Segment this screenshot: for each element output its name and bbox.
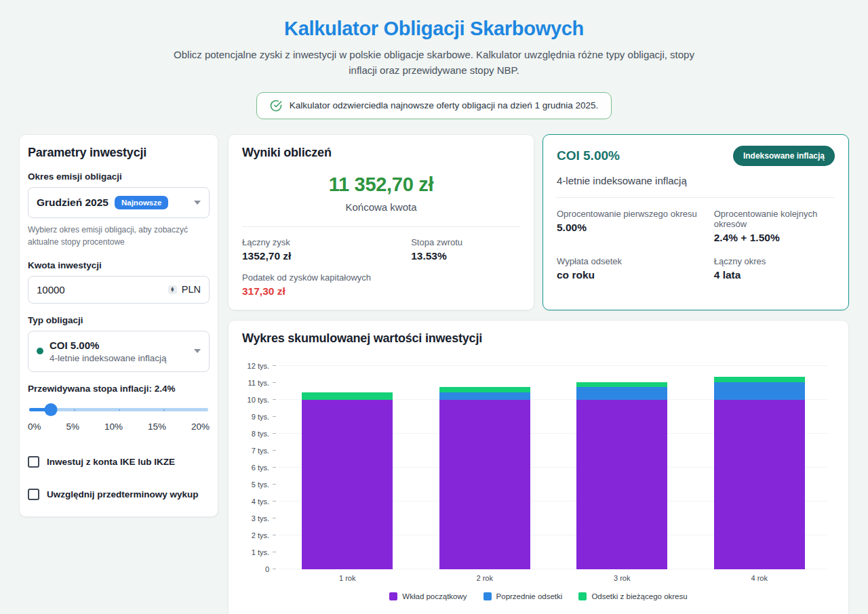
newest-badge: Najnowsze: [115, 196, 168, 209]
chart-y-tick: [273, 552, 276, 552]
chart-bar-segment[interactable]: [439, 392, 530, 399]
slider-tick: [74, 409, 75, 411]
inflation-slider[interactable]: [29, 402, 208, 417]
chart-y-tick-label: 9 tys.: [239, 413, 269, 420]
chart-card: Wykres skumulowanej wartości inwestycji …: [228, 320, 849, 614]
investment-chart: 01 tys.2 tys.3 tys.4 tys.5 tys.6 tys.7 t…: [242, 366, 835, 600]
checkbox-box[interactable]: [28, 456, 39, 468]
issue-period-label: Okres emisji obligacji: [28, 171, 210, 182]
amount-label: Kwota inwestycji: [28, 260, 210, 270]
chart-bar-segment[interactable]: [714, 377, 805, 382]
bond-info-card: COI 5.00% Indeksowane inflacją 4-letnie …: [542, 134, 849, 310]
bond-type-description: 4-letnie indeksowane inflacją: [50, 353, 167, 363]
chevron-down-icon: [194, 349, 201, 353]
stat-tax: Podatek od zysków kapitałowych 317,30 zł: [242, 272, 411, 298]
legend-label: Poprzednie odsetki: [496, 592, 563, 600]
chart-y-tick-label: 8 tys.: [239, 430, 269, 437]
chart-plot: 01 tys.2 tys.3 tys.4 tys.5 tys.6 tys.7 t…: [279, 366, 828, 569]
chart-y-tick-label: 2 tys.: [239, 531, 269, 539]
stat-label: Łączny zysk: [242, 237, 411, 247]
investment-amount-input[interactable]: 10000 ▲▼ PLN: [28, 276, 210, 304]
chart-bar-segment[interactable]: [714, 400, 805, 569]
slider-tick: [119, 409, 120, 411]
bond-card-header: COI 5.00% Indeksowane inflacją: [557, 146, 835, 166]
issue-period-select[interactable]: Grudzień 2025 Najnowsze: [28, 187, 210, 218]
bond-type-value: COI 5.00%: [50, 340, 167, 351]
legend-item[interactable]: Odsetki z bieżącego okresu: [578, 592, 687, 600]
chart-y-tick-label: 3 tys.: [239, 514, 269, 522]
bond-detail: Wypłata odsetek co roku: [557, 256, 714, 281]
final-amount-label: Końcowa kwota: [242, 201, 520, 213]
bond-detail-value: 5.00%: [557, 222, 714, 234]
bond-detail: Łączny okres 4 lata: [714, 256, 835, 281]
chart-bar-segment[interactable]: [576, 400, 667, 569]
divider: [557, 197, 835, 198]
slider-labels: 0% 5% 10% 15% 20%: [28, 422, 210, 432]
banner-wrap: Kalkulator odzwierciedla najnowsze ofert…: [19, 92, 849, 119]
legend-label: Odsetki z bieżącego okresu: [591, 592, 687, 600]
page: Kalkulator Obligacji Skarbowych Oblicz p…: [0, 0, 868, 614]
right-column: Wyniki obliczeń 11 352,70 zł Końcowa kwo…: [228, 134, 849, 614]
slider-thumb[interactable]: [44, 403, 57, 416]
bond-type-option: COI 5.00% 4-letnie indeksowane inflacją: [50, 340, 167, 363]
chart-y-tick-label: 6 tys.: [239, 464, 269, 471]
chart-bar-segment[interactable]: [714, 382, 805, 400]
checkbox-early-redemption[interactable]: Uwzględnij przedterminowy wykup: [28, 489, 210, 500]
chart-bar-segment[interactable]: [302, 392, 393, 399]
chart-y-tick: [273, 501, 276, 502]
chart-y-tick-label: 1 tys.: [239, 548, 269, 556]
bond-detail-value: 4 lata: [714, 269, 835, 281]
chart-y-tick: [273, 382, 276, 383]
chart-y-tick: [273, 365, 276, 366]
checkbox-ike-ikze[interactable]: Inwestuj z konta IKE lub IKZE: [28, 456, 210, 468]
bond-details-grid: Oprocentowanie pierwszego okresu 5.00% O…: [557, 209, 835, 281]
chart-legend: Wkład początkowyPoprzednie odsetkiOdsetk…: [242, 592, 835, 600]
chart-y-tick: [273, 518, 276, 518]
chart-y-tick: [273, 416, 276, 417]
chart-bar-segment[interactable]: [439, 400, 530, 569]
chart-bar-group: [279, 366, 416, 569]
amount-value: 10000: [37, 284, 65, 295]
info-banner: Kalkulator odzwierciedla najnowsze ofert…: [256, 92, 612, 119]
chevron-down-icon: [194, 201, 201, 205]
parameters-card: Parametry inwestycji Okres emisji obliga…: [19, 134, 218, 517]
chart-y-tick-label: 12 tys.: [239, 362, 269, 369]
chart-y-tick-label: 5 tys.: [239, 480, 269, 488]
slider-label: 15%: [148, 422, 166, 432]
chart-bar-group: [691, 366, 829, 569]
inflation-label: Przewidywana stopa inflacji: 2.4%: [28, 384, 210, 394]
top-row: Wyniki obliczeń 11 352,70 zł Końcowa kwo…: [228, 134, 849, 310]
currency-label: PLN: [182, 284, 201, 295]
page-title: Kalkulator Obligacji Skarbowych: [19, 18, 849, 40]
bond-title: COI 5.00%: [557, 148, 620, 163]
slider-label: 0%: [28, 422, 41, 432]
chart-y-tick: [273, 484, 276, 485]
bond-type-label: Typ obligacji: [28, 315, 210, 325]
chart-bar-segment[interactable]: [576, 382, 667, 388]
chart-y-tick: [273, 535, 276, 535]
chart-y-tick: [273, 467, 276, 468]
stat-label: Podatek od zysków kapitałowych: [242, 272, 411, 283]
legend-item[interactable]: Wkład początkowy: [389, 592, 467, 600]
chart-bar[interactable]: [714, 366, 805, 569]
legend-item[interactable]: Poprzednie odsetki: [484, 592, 563, 600]
results-heading: Wyniki obliczeń: [242, 146, 520, 160]
chart-y-tick-label: 4 tys.: [239, 497, 269, 505]
chart-bar[interactable]: [302, 366, 393, 569]
number-stepper[interactable]: ▲▼: [168, 285, 177, 294]
chart-bar[interactable]: [439, 366, 530, 569]
main-layout: Parametry inwestycji Okres emisji obliga…: [19, 134, 849, 614]
slider-tick: [163, 409, 165, 411]
bond-detail-label: Łączny okres: [714, 256, 835, 266]
bond-detail-value: 2.4% + 1.50%: [714, 232, 835, 244]
chart-bar-segment[interactable]: [302, 400, 393, 569]
chart-bar-segment[interactable]: [576, 387, 667, 399]
bond-type-select[interactable]: COI 5.00% 4-letnie indeksowane inflacją: [28, 331, 210, 372]
checkbox-box[interactable]: [28, 489, 39, 500]
chart-bar[interactable]: [576, 366, 667, 569]
final-amount: 11 352,70 zł: [242, 173, 520, 196]
chart-bar-segment[interactable]: [439, 387, 530, 392]
chart-y-tick: [273, 399, 276, 400]
legend-label: Wkład początkowy: [402, 592, 467, 600]
stat-label: Stopa zwrotu: [411, 237, 520, 247]
